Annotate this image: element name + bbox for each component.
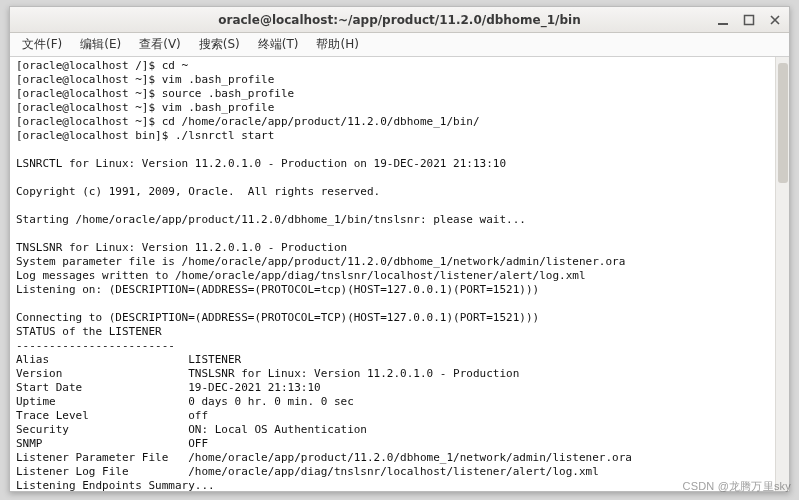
maximize-button[interactable] xyxy=(741,12,757,28)
window-title: oracle@localhost:~/app/product/11.2.0/db… xyxy=(218,13,580,27)
watermark-text: CSDN @龙腾万里sky xyxy=(683,479,792,494)
scrollbar-vertical[interactable] xyxy=(775,57,789,491)
window-titlebar: oracle@localhost:~/app/product/11.2.0/db… xyxy=(10,7,789,33)
menu-help[interactable]: 帮助(H) xyxy=(310,34,364,55)
svg-rect-0 xyxy=(718,23,728,25)
scrollbar-thumb[interactable] xyxy=(778,63,788,183)
menubar: 文件(F) 编辑(E) 查看(V) 搜索(S) 终端(T) 帮助(H) xyxy=(10,33,789,57)
minimize-button[interactable] xyxy=(715,12,731,28)
menu-terminal[interactable]: 终端(T) xyxy=(252,34,305,55)
minimize-icon xyxy=(717,14,729,26)
close-button[interactable] xyxy=(767,12,783,28)
menu-file[interactable]: 文件(F) xyxy=(16,34,68,55)
menu-search[interactable]: 搜索(S) xyxy=(193,34,246,55)
svg-rect-1 xyxy=(745,15,754,24)
close-icon xyxy=(769,14,781,26)
terminal-area: [oracle@localhost /]$ cd ~ [oracle@local… xyxy=(10,57,789,491)
menu-view[interactable]: 查看(V) xyxy=(133,34,187,55)
menu-edit[interactable]: 编辑(E) xyxy=(74,34,127,55)
window-controls xyxy=(715,7,783,32)
maximize-icon xyxy=(743,14,755,26)
terminal-output[interactable]: [oracle@localhost /]$ cd ~ [oracle@local… xyxy=(10,57,789,491)
terminal-window: oracle@localhost:~/app/product/11.2.0/db… xyxy=(9,6,790,492)
